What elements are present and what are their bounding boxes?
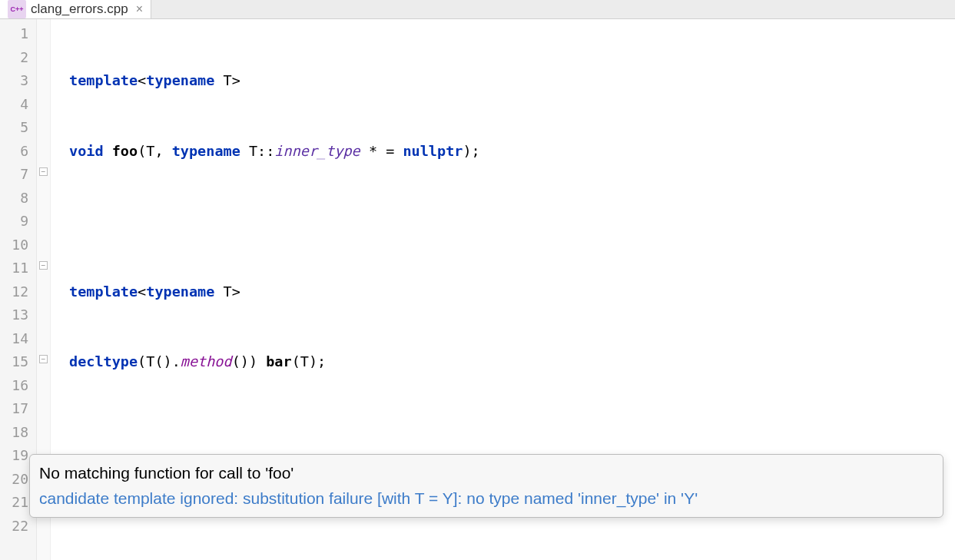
code-line: template<typename T> bbox=[69, 69, 955, 93]
line-number: 22 bbox=[0, 515, 28, 538]
line-number: 19 bbox=[0, 444, 28, 468]
line-number: 13 bbox=[0, 303, 28, 327]
line-number: 21 bbox=[0, 491, 28, 515]
line-number: 11 bbox=[0, 257, 28, 280]
cpp-file-icon bbox=[8, 0, 26, 18]
line-number: 16 bbox=[0, 374, 28, 398]
error-message: No matching function for call to 'foo' bbox=[39, 461, 933, 486]
line-number: 4 bbox=[0, 93, 28, 117]
line-number: 2 bbox=[0, 46, 28, 70]
code-line: template<typename T> bbox=[69, 280, 955, 304]
close-tab-icon[interactable]: × bbox=[136, 2, 143, 16]
line-number: 10 bbox=[0, 234, 28, 257]
file-tab[interactable]: clang_errors.cpp × bbox=[0, 0, 151, 18]
line-number: 3 bbox=[0, 69, 28, 93]
code-line bbox=[69, 210, 955, 234]
ide-container: clang_errors.cpp × 123456789101112131415… bbox=[0, 0, 955, 560]
line-number: 18 bbox=[0, 421, 28, 445]
line-number: 1 bbox=[0, 22, 28, 46]
fold-marker[interactable]: − bbox=[39, 167, 48, 176]
error-tooltip: No matching function for call to 'foo' c… bbox=[29, 454, 943, 518]
editor-area: 12345678910111213141516171819202122 − − … bbox=[0, 19, 955, 560]
tab-filename: clang_errors.cpp bbox=[31, 2, 128, 17]
fold-marker[interactable]: − bbox=[39, 261, 48, 270]
line-number: 14 bbox=[0, 327, 28, 351]
tab-bar: clang_errors.cpp × bbox=[0, 0, 955, 19]
line-number: 8 bbox=[0, 187, 28, 210]
fold-marker[interactable]: − bbox=[39, 355, 48, 363]
code-line bbox=[69, 421, 955, 445]
line-number: 15 bbox=[0, 350, 28, 374]
line-number: 5 bbox=[0, 116, 28, 140]
error-note: candidate template ignored: substitution… bbox=[39, 486, 933, 512]
code-line: void foo(T, typename T::inner_type * = n… bbox=[69, 140, 955, 164]
line-number: 6 bbox=[0, 140, 28, 164]
code-line: decltype(T().method()) bar(T); bbox=[69, 350, 955, 374]
line-number: 17 bbox=[0, 397, 28, 421]
line-number: 7 bbox=[0, 163, 28, 187]
line-number: 12 bbox=[0, 280, 28, 304]
line-number: 20 bbox=[0, 468, 28, 492]
line-number: 9 bbox=[0, 210, 28, 234]
